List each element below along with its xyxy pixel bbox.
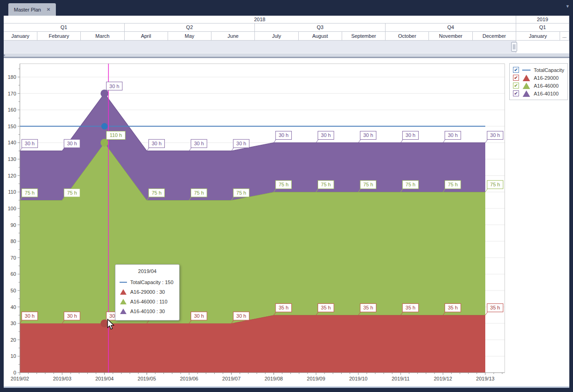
h-splitter-grip-icon[interactable] [4, 54, 5, 56]
legend-checkbox[interactable]: ✔ [513, 75, 519, 81]
legend-checkbox[interactable]: ✔ [513, 90, 519, 96]
x-axis-label: 2019/02 [11, 376, 29, 381]
data-label: 30 h [194, 313, 204, 319]
label-leader [485, 189, 488, 192]
data-label: 75 h [278, 182, 288, 187]
data-label: 35 h [448, 305, 458, 310]
tooltip-row: A16-46000 : 110 [119, 297, 175, 306]
y-axis-label: 10 [11, 353, 16, 359]
month-cell[interactable]: September [342, 32, 386, 41]
y-axis-label: 110 [8, 189, 16, 195]
y-axis-label: 40 [11, 304, 16, 310]
y-axis-label: 70 [11, 255, 16, 261]
month-cell[interactable]: April [125, 32, 168, 41]
chart-plot[interactable]: 0102030405060708090100110120130140150160… [4, 58, 569, 386]
month-cell[interactable]: March [81, 32, 124, 41]
data-label: 30 h [151, 141, 161, 146]
capacity-chart[interactable]: 0102030405060708090100110120130140150160… [4, 58, 569, 386]
data-label: 75 h [363, 182, 373, 187]
legend-label: A16-46000 [534, 83, 559, 89]
quarter-cell[interactable]: Q2 [125, 24, 255, 32]
label-leader [189, 148, 192, 151]
y-axis-label: 130 [8, 156, 16, 162]
month-cell[interactable]: July [255, 32, 298, 41]
y-axis-label: 90 [11, 222, 16, 228]
data-label: 30 h [67, 141, 77, 146]
tooltip-row: A16-29000 : 30 [119, 287, 175, 297]
data-label: 30 h [236, 141, 246, 146]
legend-item-A16-29000: ✔A16-29000 [513, 74, 564, 82]
tooltip-title: 2019/04 [119, 268, 175, 274]
month-cell[interactable]: February [37, 32, 81, 41]
label-leader [316, 139, 318, 143]
month-cell[interactable]: November [429, 32, 472, 41]
data-label: 30 h [236, 313, 246, 319]
hover-marker [101, 139, 109, 147]
data-label: 75 h [67, 190, 77, 196]
y-axis-label: 20 [11, 337, 16, 343]
x-axis-label: 2019/05 [138, 376, 156, 381]
month-cell[interactable]: January [516, 32, 560, 41]
tooltip-value: A16-40100 : 30 [130, 309, 165, 314]
x-axis-label: 2019/10 [349, 376, 368, 381]
x-axis-label: 2019/04 [95, 376, 114, 381]
data-label: 30 h [67, 313, 77, 319]
y-axis-label: 0 [13, 370, 16, 375]
legend-label: TotalCapacity [534, 67, 564, 73]
month-cell[interactable]: August [299, 32, 342, 41]
legend-checkbox[interactable]: ✔ [513, 67, 519, 73]
x-axis-label: 2019/12 [434, 376, 452, 381]
legend-item-TotalCapacity: ✔TotalCapacity [513, 66, 564, 74]
data-label: 30 h [448, 132, 458, 138]
tooltip-value: TotalCapacity : 150 [130, 279, 174, 285]
x-axis-label: 2019/09 [307, 376, 326, 381]
y-axis-label: 120 [8, 173, 16, 178]
area-series-A16-29000[interactable] [20, 315, 485, 373]
tab-close-icon[interactable]: ✕ [47, 7, 50, 12]
data-label: 30 h [25, 141, 35, 146]
data-label: 30 h [363, 132, 373, 138]
quarter-cell[interactable]: Q4 [386, 24, 516, 32]
y-axis-label: 160 [8, 107, 16, 113]
tooltip-value: A16-29000 : 30 [130, 289, 165, 295]
quarter-cell[interactable]: Q1 [516, 24, 569, 32]
y-axis-label: 180 [8, 74, 16, 80]
year-cell[interactable]: 2019 [516, 16, 569, 24]
tooltip-row: A16-40100 : 30 [119, 306, 175, 316]
master-plan-panel: 20182019Q1JanuaryFebruaryMarchQ2AprilMay… [4, 16, 569, 388]
chart-tooltip: 2019/04TotalCapacity : 150A16-29000 : 30… [115, 264, 180, 321]
month-overflow-cell[interactable]: ... [560, 32, 569, 41]
month-cell[interactable]: June [211, 32, 255, 41]
data-label: 75 h [151, 190, 161, 196]
label-leader [443, 139, 445, 143]
legend-checkbox[interactable]: ✔ [513, 83, 519, 89]
horizontal-splitter[interactable] [4, 53, 569, 57]
quarter-cell[interactable]: Q3 [255, 24, 386, 32]
y-axis-label: 150 [8, 124, 16, 129]
data-label: 30 h [25, 313, 35, 319]
tab-bar: Master Plan ✕ ▾ [0, 0, 573, 16]
month-cell[interactable]: December [473, 32, 516, 41]
month-cell[interactable]: January [4, 32, 37, 41]
quarter-cell[interactable]: Q1 [4, 24, 125, 32]
data-label: 30 h [278, 132, 288, 138]
x-axis-label: 2019/03 [53, 376, 72, 381]
y-axis-label: 30 [11, 321, 16, 326]
year-cell[interactable]: 2018 [4, 16, 516, 24]
triangle-symbol-icon [521, 75, 531, 81]
tab-master-plan[interactable]: Master Plan ✕ [8, 3, 56, 16]
timeline-splitter-track [4, 41, 516, 53]
month-cell[interactable]: May [168, 32, 211, 41]
label-leader [485, 312, 488, 315]
chevron-down-icon[interactable]: ▾ [566, 4, 569, 9]
triangle-symbol-icon [521, 90, 531, 97]
tooltip-row: TotalCapacity : 150 [119, 277, 175, 287]
month-cell[interactable]: October [386, 32, 429, 41]
hover-marker [101, 89, 109, 97]
splitter-grip-icon[interactable] [511, 42, 517, 52]
data-label: 30 h [194, 141, 204, 146]
y-axis-label: 60 [11, 271, 16, 277]
y-axis-label: 100 [8, 206, 16, 211]
data-label: 35 h [363, 305, 373, 310]
triangle-symbol-icon [119, 299, 127, 304]
